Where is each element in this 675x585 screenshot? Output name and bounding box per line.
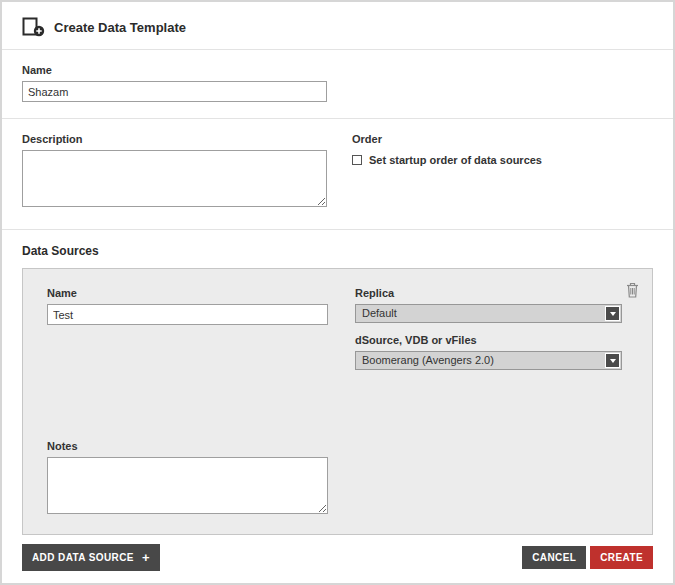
divider bbox=[2, 229, 673, 230]
data-template-icon bbox=[22, 17, 45, 37]
name-input[interactable] bbox=[22, 81, 327, 102]
add-data-source-button[interactable]: ADD DATA SOURCE+ bbox=[22, 544, 160, 571]
notes-textarea[interactable] bbox=[47, 457, 328, 514]
dsource-select-value: Boomerang (Avengers 2.0) bbox=[362, 352, 621, 369]
source-name-column: Name bbox=[47, 287, 328, 370]
description-column: Description bbox=[22, 133, 327, 211]
cancel-button[interactable]: CANCEL bbox=[522, 546, 586, 569]
data-sources-heading: Data Sources bbox=[22, 244, 653, 258]
notes-section: Notes bbox=[47, 440, 628, 518]
replica-select[interactable]: Default bbox=[355, 304, 622, 323]
create-button[interactable]: CREATE bbox=[590, 546, 653, 569]
trash-icon bbox=[626, 286, 639, 301]
footer-actions: CANCEL CREATE bbox=[522, 546, 653, 569]
add-data-source-label: ADD DATA SOURCE bbox=[32, 552, 134, 563]
data-source-card: Name Replica Default dSource, VDB or vFi… bbox=[22, 268, 653, 535]
chevron-down-icon bbox=[605, 353, 620, 368]
description-label: Description bbox=[22, 133, 327, 145]
source-select-column: Replica Default dSource, VDB or vFiles B… bbox=[355, 287, 622, 370]
dsource-label: dSource, VDB or vFiles bbox=[355, 334, 622, 346]
startup-order-checkbox[interactable] bbox=[352, 155, 362, 165]
notes-label: Notes bbox=[47, 440, 628, 452]
dialog-footer: ADD DATA SOURCE+ CANCEL CREATE bbox=[2, 535, 673, 580]
replica-label: Replica bbox=[355, 287, 622, 299]
plus-icon: + bbox=[142, 550, 150, 565]
order-label: Order bbox=[352, 133, 542, 145]
description-textarea[interactable] bbox=[22, 150, 327, 207]
description-order-section: Description Order Set startup order of d… bbox=[2, 119, 673, 229]
delete-data-source-button[interactable] bbox=[626, 282, 639, 298]
startup-order-checkbox-label: Set startup order of data sources bbox=[369, 154, 542, 166]
page-title: Create Data Template bbox=[54, 20, 186, 35]
startup-order-row: Set startup order of data sources bbox=[352, 154, 542, 166]
source-name-label: Name bbox=[47, 287, 328, 299]
data-source-fields: Name Replica Default dSource, VDB or vFi… bbox=[47, 287, 628, 370]
order-column: Order Set startup order of data sources bbox=[352, 133, 542, 211]
replica-select-value: Default bbox=[362, 305, 621, 322]
name-label: Name bbox=[22, 64, 653, 76]
create-data-template-dialog: Create Data Template Name Description Or… bbox=[0, 0, 675, 585]
name-section: Name bbox=[2, 50, 673, 118]
dialog-header: Create Data Template bbox=[2, 2, 673, 49]
chevron-down-icon bbox=[605, 306, 620, 321]
source-name-input[interactable] bbox=[47, 304, 328, 325]
dsource-select[interactable]: Boomerang (Avengers 2.0) bbox=[355, 351, 622, 370]
